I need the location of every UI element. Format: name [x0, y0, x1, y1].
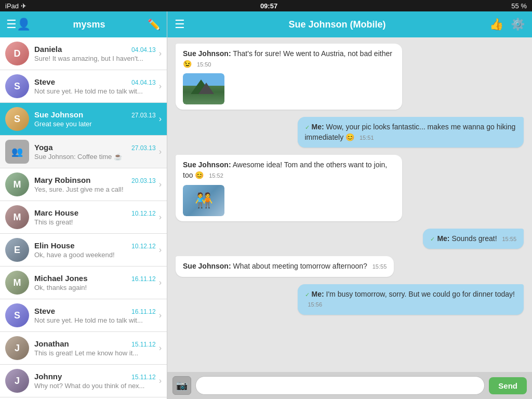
contact-name-steve2: Steve — [34, 307, 55, 315]
right-panel: ☰ Sue Johnson (Mobile) 👍 ⚙️ Sue Johnson:… — [167, 11, 532, 399]
contact-info-yoga: Yoga27.03.13Sue Johnson: Coffee time ☕ — [34, 143, 156, 161]
avatar-yoga: 👥 — [5, 140, 29, 164]
bubble-msg5: Sue Johnson: What about meeting tomorrow… — [176, 256, 394, 277]
contact-item-steve1[interactable]: SSteve04.04.13Not sure yet. He told me t… — [0, 70, 167, 103]
bubble-msg1: Sue Johnson: That's for sure! We went to… — [176, 44, 402, 110]
bubble-text-msg3: Sue Johnson: Awesome idea! Tom and the o… — [183, 160, 395, 180]
message-row-msg3: Sue Johnson: Awesome idea! Tom and the o… — [176, 155, 524, 221]
hamburger-person-icon[interactable]: ☰👤 — [6, 18, 31, 31]
contact-item-mary[interactable]: MMary Robinson20.03.13Yes, sure. Just gi… — [0, 168, 167, 201]
contact-info-jonathan: Jonathan15.11.12This is great! Let me kn… — [34, 339, 156, 357]
contact-date-johnny: 15.11.12 — [131, 374, 156, 381]
send-button[interactable]: Send — [489, 377, 527, 394]
bubble-msg2: ✓Me: Wow, your pic looks fantastic... ma… — [298, 117, 524, 148]
message-row-msg1: Sue Johnson: That's for sure! We went to… — [176, 44, 524, 110]
status-time: 09:57 — [260, 2, 277, 10]
input-bar: 📷 Send — [167, 372, 532, 399]
contact-preview-michael: Ok, thanks again! — [34, 284, 156, 291]
message-row-msg5: Sue Johnson: What about meeting tomorrow… — [176, 256, 524, 277]
contact-info-sue: Sue Johnson27.03.13Great see you later — [34, 110, 156, 128]
contact-info-steve2: Steve16.11.12Not sure yet. He told me to… — [34, 307, 156, 324]
chevron-icon-marc: › — [159, 212, 162, 222]
contact-date-mary: 20.03.13 — [131, 177, 156, 184]
chevron-icon-sue: › — [159, 114, 162, 124]
settings-icon[interactable]: ⚙️ — [511, 18, 525, 31]
avatar-steve1: S — [5, 74, 29, 98]
app-title: mysms — [73, 19, 105, 30]
contact-date-sue: 27.03.13 — [131, 112, 156, 119]
contact-preview-elin: Ok, have a good weekend! — [34, 251, 156, 259]
message-input[interactable] — [195, 376, 485, 395]
bubble-msg6: ✓Me: I'm busy tomorrow, sorry. But we co… — [298, 284, 524, 315]
contact-item-johnny[interactable]: JJohnny15.11.12Why not? What do you thin… — [0, 365, 167, 397]
check-icon: ✓ — [430, 236, 435, 242]
contact-info-steve1: Steve04.04.13Not sure yet. He told me to… — [34, 77, 156, 95]
contact-name-yoga: Yoga — [34, 143, 53, 152]
camera-button[interactable]: 📷 — [172, 376, 191, 395]
avatar-sue: S — [5, 107, 29, 131]
battery-label: 55 % — [511, 2, 527, 10]
chat-area: Sue Johnson: That's for sure! We went to… — [167, 37, 532, 372]
contact-name-mary: Mary Robinson — [34, 176, 90, 184]
contact-preview-steve1: Not sure yet. He told me to talk wit... — [34, 87, 156, 95]
contact-info-mary: Mary Robinson20.03.13Yes, sure. Just giv… — [34, 176, 156, 193]
message-row-msg4: ✓Me: Sounds great! 15:55 — [176, 229, 524, 249]
contact-date-elin: 10.12.12 — [131, 243, 156, 250]
message-row-msg6: ✓Me: I'm busy tomorrow, sorry. But we co… — [176, 284, 524, 315]
contact-item-michael[interactable]: MMichael Jones16.11.12Ok, thanks again!› — [0, 267, 167, 299]
compose-icon[interactable]: ✏️ — [148, 18, 161, 31]
contact-item-jonathan[interactable]: JJonathan15.11.12This is great! Let me k… — [0, 332, 167, 365]
contact-date-michael: 16.11.12 — [131, 275, 156, 283]
chevron-icon-daniela: › — [159, 49, 162, 58]
contact-item-steve2[interactable]: SSteve16.11.12Not sure yet. He told me t… — [0, 299, 167, 332]
app-container: ☰👤 mysms ✏️ DDaniela04.04.13Sure! It was… — [0, 11, 532, 399]
message-row-msg2: ✓Me: Wow, your pic looks fantastic... ma… — [176, 117, 524, 148]
contact-preview-sue: Great see you later — [34, 120, 156, 128]
ipad-label: iPad ✈ — [5, 2, 26, 10]
check-icon: ✓ — [305, 291, 310, 298]
contact-name-marc: Marc House — [34, 208, 78, 217]
thumbsup-icon[interactable]: 👍 — [489, 18, 503, 31]
contact-date-steve2: 16.11.12 — [131, 308, 156, 315]
bubble-text-msg5: Sue Johnson: What about meeting tomorrow… — [183, 261, 387, 272]
contact-date-yoga: 27.03.13 — [131, 144, 156, 152]
contact-list: DDaniela04.04.13Sure! It was amazing, bu… — [0, 37, 167, 399]
contact-info-elin: Elin House10.12.12Ok, have a good weeken… — [34, 241, 156, 259]
contact-info-marc: Marc House10.12.12This is great! — [34, 208, 156, 226]
msg-image-msg1 — [183, 73, 224, 104]
avatar-jonathan: J — [5, 336, 29, 360]
contact-info-daniela: Daniela04.04.13Sure! It was amazing, but… — [34, 45, 156, 62]
chevron-icon-elin: › — [159, 245, 162, 255]
bubble-text-msg1: Sue Johnson: That's for sure! We went to… — [183, 49, 395, 69]
contact-item-sue[interactable]: SSue Johnson27.03.13Great see you later› — [0, 103, 167, 136]
menu-icon[interactable]: ☰ — [175, 18, 185, 31]
contact-info-michael: Michael Jones16.11.12Ok, thanks again! — [34, 274, 156, 291]
contact-date-steve1: 04.04.13 — [131, 79, 156, 86]
contact-preview-steve2: Not sure yet. He told me to talk wit... — [34, 316, 156, 324]
contact-name-johnny: Johnny — [34, 372, 62, 381]
contact-preview-marc: This is great! — [34, 218, 156, 226]
contact-name-daniela: Daniela — [34, 45, 62, 54]
avatar-elin: E — [5, 238, 29, 262]
right-header: ☰ Sue Johnson (Mobile) 👍 ⚙️ — [167, 11, 532, 37]
chevron-icon-yoga: › — [159, 147, 162, 156]
contact-date-jonathan: 15.11.12 — [131, 341, 156, 348]
contact-preview-daniela: Sure! It was amazing, but I haven't... — [34, 55, 156, 62]
contact-item-marc[interactable]: MMarc House10.12.12This is great!› — [0, 201, 167, 234]
contact-item-yoga[interactable]: 👥Yoga27.03.13Sue Johnson: Coffee time ☕› — [0, 136, 167, 168]
avatar-steve2: S — [5, 303, 29, 327]
left-panel: ☰👤 mysms ✏️ DDaniela04.04.13Sure! It was… — [0, 11, 167, 399]
contact-name-michael: Michael Jones — [34, 274, 88, 283]
contact-item-elin[interactable]: EElin House10.12.12Ok, have a good weeke… — [0, 234, 167, 267]
status-bar: iPad ✈ 09:57 55 % — [0, 0, 532, 11]
chevron-icon-steve2: › — [159, 311, 162, 320]
bubble-text-msg2: ✓Me: Wow, your pic looks fantastic... ma… — [305, 122, 517, 142]
avatar-mary: M — [5, 172, 29, 196]
contact-item-daniela[interactable]: DDaniela04.04.13Sure! It was amazing, bu… — [0, 37, 167, 70]
contact-info-johnny: Johnny15.11.12Why not? What do you think… — [34, 372, 156, 390]
contact-preview-johnny: Why not? What do you think of nex... — [34, 382, 156, 390]
bubble-msg3: Sue Johnson: Awesome idea! Tom and the o… — [176, 155, 402, 221]
contact-date-daniela: 04.04.13 — [131, 46, 156, 54]
avatar-johnny: J — [5, 369, 29, 393]
bubble-msg4: ✓Me: Sounds great! 15:55 — [423, 229, 524, 249]
